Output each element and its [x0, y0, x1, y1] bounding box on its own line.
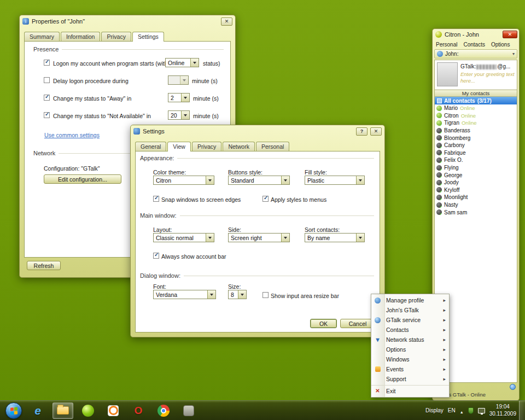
- layout-select[interactable]: Classic normal: [153, 233, 214, 242]
- menubar-item[interactable]: Contacts: [463, 42, 485, 48]
- contact-row[interactable]: Kryloff: [435, 186, 517, 194]
- edit-configuration-button[interactable]: Edit configuration...: [44, 174, 121, 184]
- contact-row[interactable]: Tigran Online: [435, 119, 517, 127]
- contact-row[interactable]: Bloomberg: [435, 134, 517, 142]
- ok-button[interactable]: OK: [310, 319, 337, 328]
- context-menu-item[interactable]: Network status: [371, 335, 449, 345]
- color-theme-select[interactable]: Citron: [153, 176, 214, 185]
- show-desktop-button[interactable]: [519, 401, 525, 420]
- notavailable-status-checkbox[interactable]: [44, 112, 50, 118]
- contact-row[interactable]: George: [435, 171, 517, 179]
- contact-row[interactable]: Flying: [435, 164, 517, 172]
- use-common-settings-link[interactable]: Use common settings: [44, 132, 100, 138]
- my-contacts-header[interactable]: My contacts: [435, 90, 517, 97]
- properties-tab[interactable]: Privacy: [101, 32, 131, 41]
- context-menu-item[interactable]: Manage profile: [371, 295, 449, 305]
- context-menu-item[interactable]: Windows: [371, 354, 449, 364]
- chevron-down-icon[interactable]: ▾: [512, 51, 515, 56]
- account-bar-checkbox[interactable]: [153, 253, 159, 259]
- contact-row[interactable]: Carbony: [435, 142, 517, 149]
- contact-status-label: Online: [461, 113, 476, 119]
- context-menu-item[interactable]: Events: [371, 364, 449, 374]
- network-tray-icon[interactable]: [478, 408, 485, 413]
- contact-row[interactable]: Citron Online: [435, 112, 517, 120]
- settings-tab[interactable]: View: [167, 142, 191, 151]
- misc-app-icon: [183, 405, 194, 416]
- properties-titlebar[interactable]: i Properties of "John": [20, 15, 235, 27]
- properties-tab[interactable]: Information: [61, 32, 101, 41]
- context-menu-item[interactable]: Support: [371, 374, 449, 384]
- fill-style-select[interactable]: Plastic: [305, 176, 365, 185]
- properties-tab[interactable]: Summary: [24, 32, 60, 41]
- avatar[interactable]: [437, 62, 458, 86]
- menubar-item[interactable]: Personal: [436, 42, 457, 48]
- logon-account-checkbox[interactable]: [44, 60, 50, 66]
- settings-tab[interactable]: Network: [223, 142, 255, 151]
- sort-contacts-select[interactable]: By name: [305, 233, 365, 242]
- misc-app-taskbar-button[interactable]: [178, 402, 199, 419]
- settings-tab[interactable]: Privacy: [192, 142, 221, 151]
- messenger-taskbar-button[interactable]: [78, 402, 98, 419]
- chevron-down-icon: [190, 59, 199, 67]
- main-window-heading: Main window:: [140, 212, 374, 219]
- context-menu-item[interactable]: Exit: [371, 385, 449, 396]
- properties-tab[interactable]: Settings: [132, 32, 164, 42]
- refresh-button[interactable]: Refresh: [27, 261, 61, 270]
- close-icon[interactable]: [370, 127, 382, 136]
- away-status-checkbox[interactable]: [44, 95, 50, 101]
- contact-row[interactable]: Mario Online: [435, 104, 517, 112]
- sort-contacts-label: Sort contacts:: [305, 226, 340, 233]
- contact-row[interactable]: Moonlight: [435, 194, 517, 201]
- settings-tab[interactable]: General: [135, 142, 166, 151]
- contact-row[interactable]: Fabrique: [435, 149, 517, 157]
- away-minutes-select[interactable]: 2: [168, 93, 190, 102]
- citron-titlebar[interactable]: Citron - John: [433, 29, 519, 40]
- hidden-icons-arrow-icon[interactable]: [460, 406, 464, 416]
- contact-row[interactable]: Banderass: [435, 127, 517, 135]
- globe-icon[interactable]: [510, 384, 516, 390]
- greeting-placeholder[interactable]: Enter your greeting text here...: [460, 71, 516, 84]
- internet-explorer-icon: [34, 404, 41, 417]
- size-select[interactable]: 8: [228, 290, 247, 299]
- contact-row[interactable]: Sam sam: [435, 208, 517, 216]
- notavailable-minutes-select[interactable]: 20: [168, 110, 190, 120]
- menubar-item[interactable]: Options: [491, 42, 510, 48]
- all-contacts-group-row[interactable]: All contacts (3/17): [435, 97, 517, 104]
- context-menu-item[interactable]: Contacts: [371, 325, 449, 335]
- settings-tab[interactable]: Personal: [256, 142, 289, 151]
- context-menu-item[interactable]: Options: [371, 345, 449, 354]
- cancel-button[interactable]: Cancel: [340, 319, 375, 328]
- context-menu-item[interactable]: John's GTalk: [371, 305, 449, 315]
- start-button[interactable]: [5, 402, 22, 419]
- context-menu-item[interactable]: GTalk service: [371, 315, 449, 325]
- buttons-style-select[interactable]: Standard: [228, 176, 290, 185]
- display-label[interactable]: Display: [425, 407, 444, 413]
- system-tray: Display EN 19:04 30.11.2009: [425, 401, 516, 420]
- contact-row[interactable]: Felix O.: [435, 156, 517, 164]
- logon-status-select[interactable]: Online: [165, 58, 199, 67]
- help-icon[interactable]: [356, 127, 368, 136]
- side-select[interactable]: Screen right: [228, 233, 290, 242]
- language-indicator[interactable]: EN: [448, 407, 456, 413]
- font-select[interactable]: Verdana: [153, 290, 216, 299]
- media-player-taskbar-button[interactable]: [103, 402, 124, 419]
- opera-taskbar-button[interactable]: [128, 402, 149, 419]
- clock[interactable]: 19:04 30.11.2009: [489, 404, 516, 417]
- close-icon[interactable]: [503, 31, 517, 38]
- contact-status-label: Online: [460, 105, 475, 111]
- settings-titlebar[interactable]: Settings: [131, 125, 384, 137]
- contact-status-icon: [436, 172, 442, 178]
- resize-bar-checkbox[interactable]: [262, 292, 269, 298]
- contact-row[interactable]: Joody: [435, 179, 517, 186]
- internet-explorer-taskbar-button[interactable]: [27, 402, 48, 419]
- account-bar[interactable]: John: ▾: [434, 49, 517, 59]
- snap-windows-checkbox[interactable]: [153, 196, 159, 202]
- explorer-taskbar-button[interactable]: [52, 402, 73, 419]
- chrome-taskbar-button[interactable]: [153, 402, 174, 419]
- antivirus-tray-icon[interactable]: [468, 407, 474, 414]
- apply-styles-checkbox[interactable]: [262, 196, 269, 202]
- close-icon[interactable]: [221, 18, 232, 26]
- delay-logon-checkbox[interactable]: [44, 77, 50, 83]
- contact-status-icon: [436, 180, 442, 185]
- contact-row[interactable]: Nasty: [435, 201, 517, 209]
